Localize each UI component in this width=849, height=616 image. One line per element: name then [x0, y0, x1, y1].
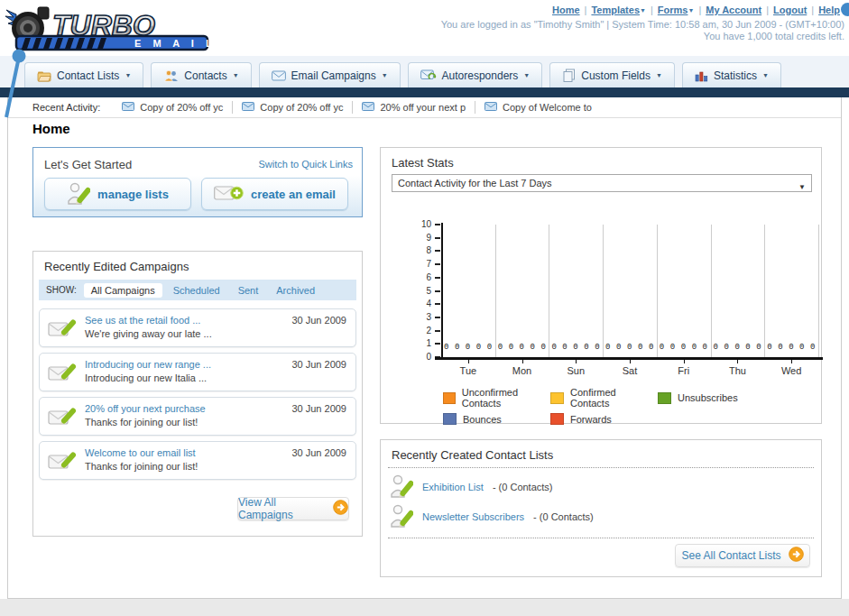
value-label: 0 [531, 343, 535, 352]
latest-stats-panel: Latest Stats Contact Activity for the La… [380, 147, 822, 424]
nav-link-home[interactable]: Home [552, 5, 580, 15]
value-label: 0 [627, 343, 632, 352]
value-label: 0 [789, 343, 793, 352]
tab-autoresponders[interactable]: Autoresponders▼ [408, 62, 543, 87]
recent-activity-item-label: 20% off your next p [380, 102, 466, 113]
chevron-down-icon: ▼ [382, 72, 388, 78]
contact-list-name-link[interactable]: Newsletter Subscribers [422, 511, 524, 522]
filter-scheduled[interactable]: Scheduled [166, 283, 227, 298]
arrow-circle-icon [789, 547, 804, 565]
legend-item-bounces: Bounces [443, 413, 550, 425]
y-tick-label: 8 [408, 245, 431, 255]
y-tick-label: 7 [408, 259, 431, 269]
navy-divider-bar [0, 87, 849, 97]
recent-activity-item-label: Copy of 20% off yc [140, 102, 223, 113]
arrow-circle-icon [333, 500, 348, 518]
nav-separator: | [811, 5, 814, 15]
campaign-title-link[interactable]: See us at the retail food ... [85, 315, 200, 326]
filter-archived[interactable]: Archived [269, 283, 322, 298]
create-email-button[interactable]: create an email [201, 178, 348, 210]
mail-small-icon [242, 102, 254, 113]
tab-statistics[interactable]: Statistics▼ [682, 62, 781, 87]
tab-contact-lists[interactable]: Contact Lists▼ [24, 62, 143, 87]
chevron-down-icon: ▼ [523, 72, 530, 78]
y-tick-mark [435, 263, 440, 265]
y-axis [441, 223, 443, 359]
mail-small-icon [122, 102, 134, 113]
nav-link-forms[interactable]: Forms ▼ [658, 5, 695, 15]
top-nav: Home|Templates ▼|Forms ▼|My Account|Logo… [552, 5, 840, 15]
contact-lists-panel: Recently Created Contact Lists Exhibitio… [380, 439, 822, 577]
y-tick-label: 4 [408, 299, 431, 308]
recent-activity-item-label: Copy of Welcome to [503, 102, 592, 113]
contact-list-name-link[interactable]: Exhibition List [422, 482, 484, 492]
nav-link-my-account[interactable]: My Account [706, 5, 761, 15]
value-label: 0 [605, 343, 610, 352]
manage-lists-label: manage lists [97, 188, 169, 201]
legend-label: Bounces [463, 414, 502, 425]
value-label: 0 [734, 343, 739, 352]
campaign-title-link[interactable]: Welcome to our email list [85, 447, 196, 458]
contact-list-count: - (0 Contacts) [493, 482, 553, 492]
tab-email-campaigns[interactable]: Email Campaigns▼ [259, 62, 401, 87]
value-label: 0 [573, 343, 577, 352]
recent-activity-item[interactable]: Copy of 20% off yc [233, 102, 352, 113]
login-status-text: You are logged in as "Timothy Smith" | S… [441, 19, 844, 30]
y-tick-label: 0 [408, 352, 431, 362]
campaign-subtitle: We're giving away our late ... [85, 328, 212, 339]
chevron-down-icon: ▼ [762, 72, 769, 78]
campaign-date: 30 Jun 2009 [291, 447, 346, 458]
campaign-title-link[interactable]: Introducing our new range ... [85, 359, 211, 370]
y-tick-mark [435, 290, 440, 292]
y-tick-mark [435, 224, 440, 225]
campaign-date: 30 Jun 2009 [291, 315, 346, 326]
x-axis-label: Fri [657, 365, 711, 376]
tab-label: Email Campaigns [291, 69, 376, 82]
recent-activity-item[interactable]: Copy of Welcome to [475, 102, 601, 113]
value-label: 0 [745, 343, 750, 352]
y-tick-mark [435, 317, 440, 318]
stats-range-select[interactable]: Contact Activity for the Last 7 Days ▼ [392, 174, 812, 192]
value-label: 0 [584, 343, 588, 352]
gridline [549, 225, 549, 357]
value-label: 0 [498, 343, 503, 352]
view-all-campaigns-button[interactable]: View All Campaigns [237, 497, 349, 520]
switch-quick-links-link[interactable]: Switch to Quick Links [258, 159, 353, 170]
nav-link-templates[interactable]: Templates ▼ [591, 5, 646, 15]
legend-item-unsubscribes: Unsubscribes [658, 387, 765, 409]
chevron-down-icon: ▼ [640, 7, 646, 14]
value-label: 0 [778, 343, 782, 352]
legend-item-unconfirmed-contacts: Unconfirmed Contacts [443, 387, 550, 409]
legend-label: Unconfirmed Contacts [462, 387, 550, 409]
manage-lists-button[interactable]: manage lists [44, 178, 191, 210]
nav-link-help[interactable]: Help [818, 5, 840, 15]
see-all-contact-lists-button[interactable]: See All Contact Lists [675, 544, 810, 567]
campaign-title-link[interactable]: 20% off your next purchase [85, 403, 206, 414]
x-tick-mark [630, 360, 631, 363]
value-label: 0 [660, 343, 664, 352]
value-label: 0 [756, 343, 761, 352]
chevron-down-icon: ▼ [233, 72, 239, 78]
chevron-down-icon: ▼ [688, 7, 694, 14]
recent-activity-item-label: Copy of 20% off yc [260, 102, 343, 113]
y-tick-label: 10 [408, 219, 431, 229]
gridline [711, 225, 712, 357]
nav-link-logout[interactable]: Logout [773, 5, 807, 15]
value-label: 0 [476, 343, 481, 352]
gridline [657, 225, 658, 357]
dotted-divider [388, 467, 814, 468]
x-tick-mark [576, 360, 577, 363]
recent-activity-item[interactable]: Copy of 20% off yc [113, 102, 232, 113]
main-nav-tabs: Contact Lists▼Contacts▼Email Campaigns▼A… [0, 56, 849, 87]
filter-all-campaigns[interactable]: All Campaigns [84, 283, 162, 298]
tab-custom-fields[interactable]: Custom Fields▼ [549, 62, 675, 87]
y-tick-label: 5 [408, 286, 431, 296]
y-tick-label: 2 [408, 326, 431, 336]
logo-pin-decoration [0, 45, 29, 122]
recent-activity-label: Recent Activity: [32, 102, 100, 113]
tab-contacts[interactable]: Contacts▼ [151, 62, 251, 87]
turbo-email-logo: E M A I L TURBO [5, 4, 217, 52]
recent-activity-item[interactable]: 20% off your next p [353, 102, 475, 113]
filter-sent[interactable]: Sent [231, 283, 266, 298]
mail-small-icon [362, 102, 374, 113]
